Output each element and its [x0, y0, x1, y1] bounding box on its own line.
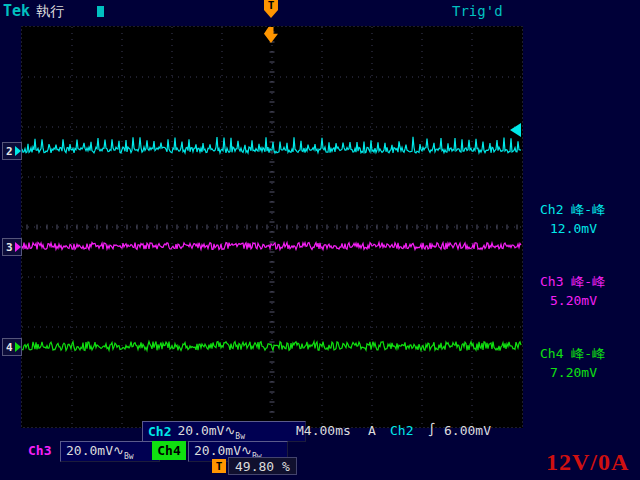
tek-logo: Tek: [3, 2, 30, 20]
measurement-title: Ch2 峰-峰: [540, 200, 638, 219]
measurement-value: 7.20mV: [540, 363, 638, 382]
measurement-title: Ch3 峰-峰: [540, 272, 638, 291]
ch2-scale-readout: Ch2 20.0mV∿Bw: [142, 421, 306, 442]
ch3-scale-value: 20.0mV∿Bw: [66, 443, 134, 461]
aux-power-readout: 12V/0A: [546, 449, 629, 476]
ch3-label: Ch3: [28, 443, 51, 458]
measurement-value: 5.20mV: [540, 291, 638, 310]
timebase-readout: M4.00ms: [296, 423, 351, 438]
channel-marker-ch4[interactable]: 4: [2, 338, 22, 356]
ch2-scale-value: 20.0mV∿Bw: [177, 423, 245, 441]
ch4-label: Ch4: [152, 441, 186, 460]
trigger-slope-icon: ∫: [428, 422, 436, 437]
trigger-position-flag[interactable]: T: [264, 0, 278, 18]
trigger-position-readout: T 49.80 %: [212, 458, 297, 474]
ch3-scale-readout: 20.0mV∿Bw: [60, 441, 160, 462]
oscilloscope-screen: Tek 執行 T Trig'd 234 Ch2 峰-峰 12.0mV Ch3 峰…: [0, 0, 640, 480]
trigger-level-arrow[interactable]: [510, 123, 521, 137]
trigger-position-icon: T: [212, 459, 226, 473]
measurement-ch4-pkpk: Ch4 峰-峰 7.20mV: [540, 344, 638, 382]
trigger-level-readout: 6.00mV: [444, 423, 491, 438]
run-status: 執行: [36, 3, 64, 21]
ch2-label: Ch2: [148, 424, 171, 439]
measurement-ch2-pkpk: Ch2 峰-峰 12.0mV: [540, 200, 638, 238]
acq-mode-label: A: [368, 423, 376, 438]
acquisition-status-icon: [97, 6, 104, 17]
channel-marker-ch2[interactable]: 2: [2, 142, 22, 160]
trigger-position-value: 49.80 %: [228, 457, 297, 475]
trigger-status: Trig'd: [452, 3, 503, 19]
graticule: [21, 26, 523, 428]
channel-marker-ch3[interactable]: 3: [2, 238, 22, 256]
trigger-flag-label: T: [268, 0, 275, 12]
measurement-ch3-pkpk: Ch3 峰-峰 5.20mV: [540, 272, 638, 310]
measurement-title: Ch4 峰-峰: [540, 344, 638, 363]
trigger-source-readout: Ch2: [390, 423, 413, 438]
measurement-value: 12.0mV: [540, 219, 638, 238]
